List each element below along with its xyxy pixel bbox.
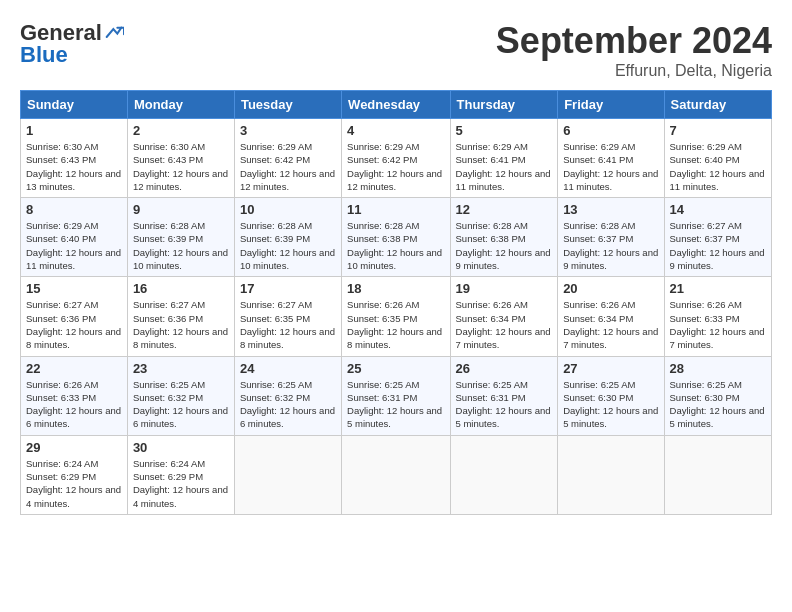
day-number: 22: [26, 361, 122, 376]
calendar-day-header: Wednesday: [342, 91, 450, 119]
day-info: Sunrise: 6:28 AM Sunset: 6:38 PM Dayligh…: [456, 219, 553, 272]
day-number: 23: [133, 361, 229, 376]
calendar-cell: 30 Sunrise: 6:24 AM Sunset: 6:29 PM Dayl…: [127, 435, 234, 514]
day-info: Sunrise: 6:27 AM Sunset: 6:35 PM Dayligh…: [240, 298, 336, 351]
day-number: 3: [240, 123, 336, 138]
calendar-cell: 29 Sunrise: 6:24 AM Sunset: 6:29 PM Dayl…: [21, 435, 128, 514]
calendar-cell: 15 Sunrise: 6:27 AM Sunset: 6:36 PM Dayl…: [21, 277, 128, 356]
title-section: September 2024 Effurun, Delta, Nigeria: [496, 20, 772, 80]
calendar-cell: 23 Sunrise: 6:25 AM Sunset: 6:32 PM Dayl…: [127, 356, 234, 435]
day-info: Sunrise: 6:27 AM Sunset: 6:37 PM Dayligh…: [670, 219, 766, 272]
day-number: 25: [347, 361, 444, 376]
calendar-day-header: Tuesday: [234, 91, 341, 119]
day-number: 10: [240, 202, 336, 217]
calendar-week-row: 15 Sunrise: 6:27 AM Sunset: 6:36 PM Dayl…: [21, 277, 772, 356]
day-info: Sunrise: 6:25 AM Sunset: 6:32 PM Dayligh…: [133, 378, 229, 431]
calendar-cell: 2 Sunrise: 6:30 AM Sunset: 6:43 PM Dayli…: [127, 119, 234, 198]
day-number: 16: [133, 281, 229, 296]
day-number: 21: [670, 281, 766, 296]
calendar-cell: [450, 435, 558, 514]
calendar-cell: 17 Sunrise: 6:27 AM Sunset: 6:35 PM Dayl…: [234, 277, 341, 356]
calendar-cell: 1 Sunrise: 6:30 AM Sunset: 6:43 PM Dayli…: [21, 119, 128, 198]
calendar-day-header: Friday: [558, 91, 664, 119]
logo-blue-text: Blue: [20, 42, 68, 68]
calendar-cell: [342, 435, 450, 514]
day-number: 6: [563, 123, 658, 138]
calendar-cell: 13 Sunrise: 6:28 AM Sunset: 6:37 PM Dayl…: [558, 198, 664, 277]
day-info: Sunrise: 6:26 AM Sunset: 6:34 PM Dayligh…: [456, 298, 553, 351]
day-number: 20: [563, 281, 658, 296]
day-number: 8: [26, 202, 122, 217]
calendar-week-row: 22 Sunrise: 6:26 AM Sunset: 6:33 PM Dayl…: [21, 356, 772, 435]
calendar-cell: 8 Sunrise: 6:29 AM Sunset: 6:40 PM Dayli…: [21, 198, 128, 277]
day-number: 13: [563, 202, 658, 217]
day-info: Sunrise: 6:25 AM Sunset: 6:30 PM Dayligh…: [563, 378, 658, 431]
day-info: Sunrise: 6:29 AM Sunset: 6:40 PM Dayligh…: [26, 219, 122, 272]
day-number: 9: [133, 202, 229, 217]
calendar-cell: 14 Sunrise: 6:27 AM Sunset: 6:37 PM Dayl…: [664, 198, 771, 277]
calendar-cell: 18 Sunrise: 6:26 AM Sunset: 6:35 PM Dayl…: [342, 277, 450, 356]
day-info: Sunrise: 6:26 AM Sunset: 6:33 PM Dayligh…: [26, 378, 122, 431]
day-number: 17: [240, 281, 336, 296]
calendar-cell: 12 Sunrise: 6:28 AM Sunset: 6:38 PM Dayl…: [450, 198, 558, 277]
calendar-cell: [558, 435, 664, 514]
day-info: Sunrise: 6:27 AM Sunset: 6:36 PM Dayligh…: [133, 298, 229, 351]
day-info: Sunrise: 6:26 AM Sunset: 6:34 PM Dayligh…: [563, 298, 658, 351]
day-info: Sunrise: 6:29 AM Sunset: 6:42 PM Dayligh…: [240, 140, 336, 193]
calendar-cell: 19 Sunrise: 6:26 AM Sunset: 6:34 PM Dayl…: [450, 277, 558, 356]
day-info: Sunrise: 6:28 AM Sunset: 6:37 PM Dayligh…: [563, 219, 658, 272]
day-info: Sunrise: 6:25 AM Sunset: 6:31 PM Dayligh…: [456, 378, 553, 431]
calendar-cell: 26 Sunrise: 6:25 AM Sunset: 6:31 PM Dayl…: [450, 356, 558, 435]
calendar-cell: 20 Sunrise: 6:26 AM Sunset: 6:34 PM Dayl…: [558, 277, 664, 356]
day-number: 18: [347, 281, 444, 296]
logo-icon: [104, 23, 124, 43]
day-info: Sunrise: 6:29 AM Sunset: 6:42 PM Dayligh…: [347, 140, 444, 193]
calendar-week-row: 1 Sunrise: 6:30 AM Sunset: 6:43 PM Dayli…: [21, 119, 772, 198]
day-number: 15: [26, 281, 122, 296]
calendar-cell: 22 Sunrise: 6:26 AM Sunset: 6:33 PM Dayl…: [21, 356, 128, 435]
calendar-cell: 3 Sunrise: 6:29 AM Sunset: 6:42 PM Dayli…: [234, 119, 341, 198]
day-info: Sunrise: 6:25 AM Sunset: 6:30 PM Dayligh…: [670, 378, 766, 431]
day-number: 11: [347, 202, 444, 217]
page-header: General Blue September 2024 Effurun, Del…: [20, 20, 772, 80]
day-info: Sunrise: 6:27 AM Sunset: 6:36 PM Dayligh…: [26, 298, 122, 351]
calendar-week-row: 8 Sunrise: 6:29 AM Sunset: 6:40 PM Dayli…: [21, 198, 772, 277]
calendar-header-row: SundayMondayTuesdayWednesdayThursdayFrid…: [21, 91, 772, 119]
calendar-cell: [664, 435, 771, 514]
day-number: 30: [133, 440, 229, 455]
calendar-cell: 28 Sunrise: 6:25 AM Sunset: 6:30 PM Dayl…: [664, 356, 771, 435]
calendar-cell: 16 Sunrise: 6:27 AM Sunset: 6:36 PM Dayl…: [127, 277, 234, 356]
calendar-cell: 25 Sunrise: 6:25 AM Sunset: 6:31 PM Dayl…: [342, 356, 450, 435]
day-number: 19: [456, 281, 553, 296]
day-info: Sunrise: 6:28 AM Sunset: 6:39 PM Dayligh…: [240, 219, 336, 272]
day-number: 5: [456, 123, 553, 138]
day-info: Sunrise: 6:26 AM Sunset: 6:35 PM Dayligh…: [347, 298, 444, 351]
calendar-cell: 7 Sunrise: 6:29 AM Sunset: 6:40 PM Dayli…: [664, 119, 771, 198]
day-number: 28: [670, 361, 766, 376]
day-number: 27: [563, 361, 658, 376]
day-number: 7: [670, 123, 766, 138]
day-number: 26: [456, 361, 553, 376]
day-number: 1: [26, 123, 122, 138]
day-number: 14: [670, 202, 766, 217]
day-number: 2: [133, 123, 229, 138]
calendar-day-header: Monday: [127, 91, 234, 119]
day-number: 12: [456, 202, 553, 217]
day-info: Sunrise: 6:29 AM Sunset: 6:41 PM Dayligh…: [563, 140, 658, 193]
calendar-cell: 27 Sunrise: 6:25 AM Sunset: 6:30 PM Dayl…: [558, 356, 664, 435]
calendar-cell: 11 Sunrise: 6:28 AM Sunset: 6:38 PM Dayl…: [342, 198, 450, 277]
logo: General Blue: [20, 20, 124, 68]
month-title: September 2024: [496, 20, 772, 62]
day-info: Sunrise: 6:26 AM Sunset: 6:33 PM Dayligh…: [670, 298, 766, 351]
day-info: Sunrise: 6:30 AM Sunset: 6:43 PM Dayligh…: [26, 140, 122, 193]
day-info: Sunrise: 6:24 AM Sunset: 6:29 PM Dayligh…: [26, 457, 122, 510]
calendar-cell: 24 Sunrise: 6:25 AM Sunset: 6:32 PM Dayl…: [234, 356, 341, 435]
calendar-cell: [234, 435, 341, 514]
day-info: Sunrise: 6:28 AM Sunset: 6:39 PM Dayligh…: [133, 219, 229, 272]
day-info: Sunrise: 6:25 AM Sunset: 6:31 PM Dayligh…: [347, 378, 444, 431]
day-number: 4: [347, 123, 444, 138]
calendar-body: 1 Sunrise: 6:30 AM Sunset: 6:43 PM Dayli…: [21, 119, 772, 515]
calendar-cell: 6 Sunrise: 6:29 AM Sunset: 6:41 PM Dayli…: [558, 119, 664, 198]
calendar-cell: 5 Sunrise: 6:29 AM Sunset: 6:41 PM Dayli…: [450, 119, 558, 198]
calendar-day-header: Saturday: [664, 91, 771, 119]
